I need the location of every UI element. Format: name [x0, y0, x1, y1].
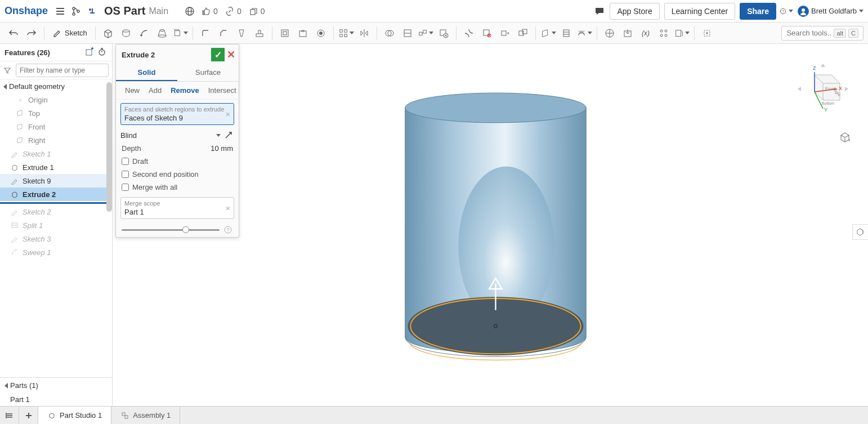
faces-field[interactable]: Faces and sketch regions to extrude Face… [120, 103, 234, 125]
modify-fillet-tool[interactable] [461, 25, 477, 41]
likes-stat[interactable]: 0 [201, 6, 218, 16]
boolean-tool[interactable] [382, 25, 397, 41]
insert-icon[interactable] [85, 5, 99, 18]
split-tool[interactable] [400, 25, 415, 41]
feature-sketch-9[interactable]: Sketch 9 [0, 174, 112, 188]
feature-split-1[interactable]: Split 1 [0, 218, 112, 232]
copies-stat[interactable]: 0 [248, 6, 265, 16]
view-cube[interactable]: Front Right Bottom Z X Y [795, 61, 851, 117]
mirror-tool[interactable] [356, 25, 372, 41]
clear-icon[interactable]: × [226, 110, 230, 119]
render-mode-button[interactable] [839, 131, 851, 144]
undo-button[interactable] [6, 25, 21, 41]
rollback-bar[interactable] [0, 202, 112, 204]
shell-tool[interactable] [277, 25, 293, 41]
feature-sweep-1[interactable]: Sweep 1 [0, 246, 112, 259]
slider-thumb[interactable] [182, 226, 189, 233]
right-plane-item[interactable]: Right [0, 133, 112, 147]
replace-face-tool[interactable] [515, 25, 531, 41]
filter-input[interactable] [16, 64, 109, 77]
custom-feature-tool[interactable] [699, 25, 715, 41]
confirm-button[interactable]: ✓ [211, 48, 225, 61]
op-intersect[interactable]: Intersect [204, 85, 241, 96]
rib-tool[interactable] [252, 25, 267, 41]
filter-icon[interactable] [3, 66, 14, 74]
tab-solid[interactable]: Solid [116, 65, 177, 81]
opacity-slider[interactable] [122, 229, 220, 231]
merge-all-checkbox[interactable] [122, 184, 129, 191]
help-icon[interactable]: ? [780, 5, 793, 18]
direction-icon[interactable] [224, 131, 234, 140]
variable-tool[interactable]: (x) [638, 25, 654, 41]
front-plane-item[interactable]: Front [0, 120, 112, 133]
fillet-tool[interactable] [198, 25, 213, 41]
section-tool[interactable] [602, 25, 618, 41]
feature-extrude-1[interactable]: Extrude 1 [0, 160, 112, 174]
tab-surface[interactable]: Surface [177, 65, 239, 81]
loft-tool[interactable] [154, 25, 170, 41]
clear-icon[interactable]: × [226, 204, 230, 213]
chamfer-tool[interactable] [216, 25, 231, 41]
import-tool[interactable] [620, 25, 636, 41]
thicken-tool[interactable] [172, 25, 188, 41]
assembly-side-button[interactable] [852, 224, 868, 240]
curve-tool[interactable] [576, 25, 592, 41]
draft-tool[interactable] [234, 25, 249, 41]
document-title[interactable]: OS Part [104, 5, 145, 17]
delete-face-tool[interactable] [479, 25, 495, 41]
feature-sketch-2[interactable]: Sketch 2 [0, 205, 112, 218]
share-button[interactable]: Share [740, 3, 776, 20]
cancel-button[interactable]: ✕ [227, 48, 235, 61]
sweep-tool[interactable] [136, 25, 152, 41]
tab-assembly[interactable]: Assembly 1 [111, 407, 180, 424]
merge-scope-field[interactable]: Merge scope Part 1 × [120, 197, 234, 219]
top-plane-item[interactable]: Top [0, 106, 112, 120]
learning-center-button[interactable]: Learning Center [664, 3, 735, 20]
move-face-tool[interactable] [497, 25, 513, 41]
pattern-tool[interactable] [338, 25, 354, 41]
sketch-button[interactable]: Sketch [48, 26, 92, 41]
search-tools[interactable]: alt C [781, 26, 863, 41]
feature-sketch-3[interactable]: Sketch 3 [0, 232, 112, 246]
tabs-manager-button[interactable] [0, 407, 19, 424]
draft-checkbox[interactable] [122, 158, 129, 165]
op-add[interactable]: Add [144, 85, 166, 96]
helix-tool[interactable] [558, 25, 574, 41]
feature-sketch-1[interactable]: Sketch 1 [0, 147, 112, 160]
depth-value[interactable]: 10 mm [211, 144, 233, 153]
feature-extrude-2[interactable]: Extrude 2 [0, 188, 112, 201]
app-store-button[interactable]: App Store [610, 3, 659, 20]
default-geometry-group[interactable]: Default geometry [0, 80, 112, 93]
scrollbar-thumb[interactable] [106, 82, 112, 212]
links-stat[interactable]: 0 [225, 6, 241, 16]
end-type-select[interactable]: Blind [116, 128, 239, 142]
revolve-tool[interactable] [118, 25, 134, 41]
menu-icon[interactable] [53, 5, 67, 18]
second-end-checkbox[interactable] [122, 171, 129, 178]
part-item[interactable]: Part 1 [0, 393, 112, 406]
op-new[interactable]: New [120, 85, 144, 96]
globe-icon[interactable] [183, 5, 196, 18]
comments-icon[interactable] [593, 5, 606, 18]
tab-part-studio[interactable]: Part Studio 1 [38, 407, 111, 424]
hole-tool[interactable] [295, 25, 311, 41]
user-menu[interactable]: Brett Goldfarb [798, 6, 863, 17]
search-input[interactable] [786, 29, 831, 37]
parts-header[interactable]: Parts (1) [0, 378, 112, 393]
op-remove[interactable]: Remove [166, 85, 204, 96]
stopwatch-icon[interactable] [97, 47, 108, 57]
add-tab-button[interactable] [19, 407, 38, 424]
extrude-tool[interactable] [100, 25, 116, 41]
plane-tool[interactable] [540, 25, 556, 41]
help-icon[interactable]: ? [224, 226, 233, 234]
add-feature-icon[interactable] [85, 47, 95, 57]
sheet-metal-tool[interactable] [674, 25, 690, 41]
logo[interactable]: Onshape [5, 5, 48, 17]
branch-label[interactable]: Main [149, 6, 168, 16]
redo-button[interactable] [24, 25, 39, 41]
delete-part-tool[interactable] [436, 25, 451, 41]
hollow-tool[interactable] [313, 25, 329, 41]
configure-tool[interactable] [656, 25, 672, 41]
transform-tool[interactable] [418, 25, 433, 41]
branch-icon[interactable] [69, 5, 83, 18]
